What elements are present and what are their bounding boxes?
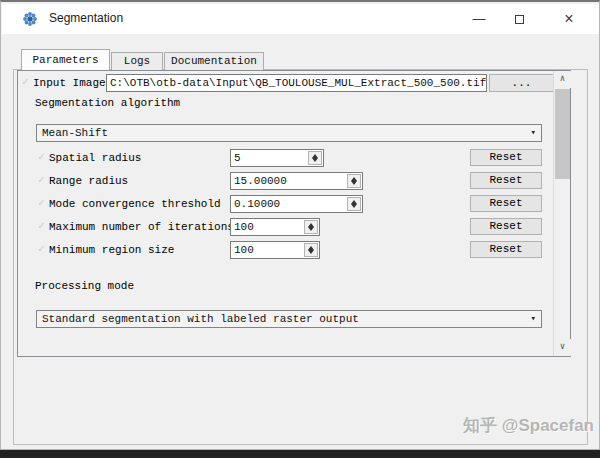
parameters-scroll-area: ✓ Input Image C:\OTB\otb-data\Input\QB_T… [17,70,571,357]
algorithm-section-label: Segmentation algorithm [35,97,180,109]
spin-down-icon [308,250,314,254]
close-button[interactable]: × [549,4,589,34]
spinner-buttons[interactable] [308,151,322,165]
spatial-radius-checkbox[interactable]: ✓ [38,150,45,163]
check-icon: ✓ [22,76,29,88]
mode-threshold-label: Mode convergence threshold [49,198,221,210]
titlebar: Segmentation — × [2,4,599,34]
watermark: 知乎 @Spacefan [463,414,594,437]
spatial-radius-label: Spatial radius [49,152,141,164]
spinner-buttons[interactable] [304,220,318,234]
range-radius-checkbox[interactable]: ✓ [38,173,45,186]
minimize-button[interactable]: — [459,4,499,34]
ellipsis-icon: ... [512,77,532,89]
maximize-icon [515,15,524,24]
minimize-icon: — [473,11,486,26]
range-radius-label: Range radius [49,175,128,187]
spin-down-icon [351,204,357,208]
background-edge [0,450,600,458]
min-region-size-spinbox[interactable]: 100 [230,241,320,259]
scroll-up-button[interactable]: ∧ [554,71,571,88]
input-image-checkbox[interactable]: ✓ [22,75,29,88]
scrollbar-thumb[interactable] [555,89,570,179]
reset-max-iterations-button[interactable]: Reset [470,218,542,235]
browse-button[interactable]: ... [489,74,554,92]
spinner-buttons[interactable] [347,174,361,188]
window-title: Segmentation [49,11,123,25]
close-icon: × [564,10,573,27]
spatial-radius-spinbox[interactable]: 5 [230,149,324,167]
min-region-size-checkbox[interactable]: ✓ [38,242,45,255]
spin-down-icon [312,158,318,162]
spinner-buttons[interactable] [304,243,318,257]
mode-threshold-spinbox[interactable]: 0.10000 [230,195,363,213]
max-iterations-checkbox[interactable]: ✓ [38,219,45,232]
reset-min-region-size-button[interactable]: Reset [470,241,542,258]
spin-down-icon [308,227,314,231]
chevron-down-icon: ▾ [531,125,536,142]
algorithm-combobox[interactable]: Mean-Shift ▾ [36,124,542,142]
tab-logs[interactable]: Logs [111,52,163,70]
maximize-button[interactable] [499,4,539,34]
segmentation-window: Segmentation — × Parameters Logs Documen… [0,0,600,450]
processing-mode-combobox[interactable]: Standard segmentation with labeled raste… [36,310,542,328]
reset-mode-threshold-button[interactable]: Reset [470,195,542,212]
range-radius-spinbox[interactable]: 15.00000 [230,172,363,190]
max-iterations-label: Maximum number of iterations [49,221,234,233]
algorithm-selected: Mean-Shift [42,127,108,139]
processing-section-label: Processing mode [35,280,134,292]
reset-range-radius-button[interactable]: Reset [470,172,542,189]
min-region-size-label: Minimum region size [49,244,174,256]
processing-mode-selected: Standard segmentation with labeled raste… [42,313,359,325]
input-image-path: C:\OTB\otb-data\Input\QB_TOULOUSE_MUL_Ex… [110,77,486,89]
mode-threshold-checkbox[interactable]: ✓ [38,196,45,209]
max-iterations-spinbox[interactable]: 100 [230,218,320,236]
spin-down-icon [351,181,357,185]
otb-app-icon [22,11,38,27]
reset-spatial-radius-button[interactable]: Reset [470,149,542,166]
scroll-down-button[interactable]: ∨ [554,339,571,356]
tab-parameters[interactable]: Parameters [21,49,110,70]
spinner-buttons[interactable] [347,197,361,211]
input-image-field[interactable]: C:\OTB\otb-data\Input\QB_TOULOUSE_MUL_Ex… [106,74,487,92]
vertical-scrollbar[interactable]: ∧ ∨ [553,71,570,356]
input-image-label: Input Image [33,77,106,89]
tab-documentation[interactable]: Documentation [164,52,264,70]
chevron-down-icon: ▾ [531,311,536,328]
